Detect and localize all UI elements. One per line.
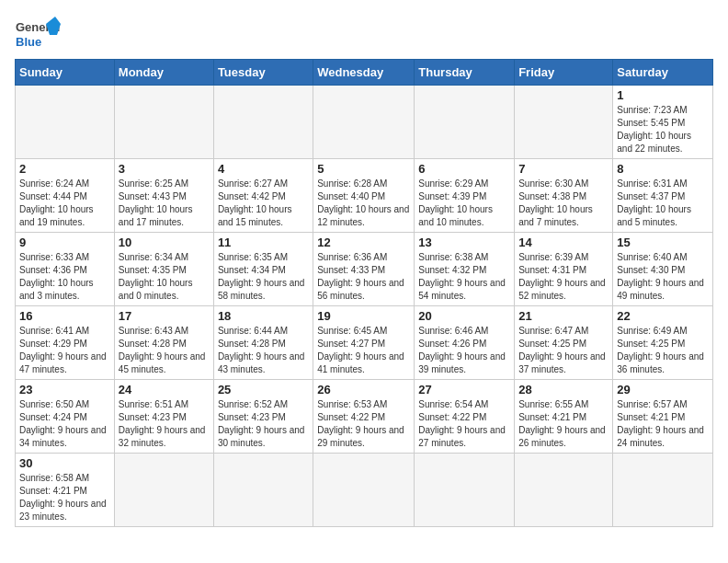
day-number: 5 <box>317 162 410 176</box>
weekday-header-saturday: Saturday <box>613 60 713 86</box>
day-info: Sunrise: 6:35 AM Sunset: 4:34 PM Dayligh… <box>218 251 309 303</box>
day-info: Sunrise: 6:36 AM Sunset: 4:33 PM Dayligh… <box>317 251 410 303</box>
calendar-cell: 9Sunrise: 6:33 AM Sunset: 4:36 PM Daylig… <box>16 233 115 306</box>
calendar-cell: 29Sunrise: 6:57 AM Sunset: 4:21 PM Dayli… <box>613 380 713 454</box>
calendar-cell <box>415 454 515 527</box>
day-info: Sunrise: 6:58 AM Sunset: 4:21 PM Dayligh… <box>19 472 110 523</box>
day-info: Sunrise: 6:43 AM Sunset: 4:28 PM Dayligh… <box>119 325 210 376</box>
day-number: 11 <box>218 236 309 249</box>
calendar-week-row: 30Sunrise: 6:58 AM Sunset: 4:21 PM Dayli… <box>16 454 713 527</box>
day-number: 16 <box>19 309 110 323</box>
weekday-header-thursday: Thursday <box>415 60 515 86</box>
calendar-cell: 4Sunrise: 6:27 AM Sunset: 4:42 PM Daylig… <box>213 159 313 233</box>
day-number: 28 <box>518 383 609 396</box>
calendar-week-row: 16Sunrise: 6:41 AM Sunset: 4:29 PM Dayli… <box>16 306 713 380</box>
calendar-cell: 21Sunrise: 6:47 AM Sunset: 4:25 PM Dayli… <box>515 306 613 380</box>
calendar-cell <box>613 454 713 527</box>
weekday-header-sunday: Sunday <box>16 60 115 86</box>
day-info: Sunrise: 7:23 AM Sunset: 5:45 PM Dayligh… <box>617 104 709 155</box>
calendar-week-row: 2Sunrise: 6:24 AM Sunset: 4:44 PM Daylig… <box>16 159 713 233</box>
svg-text:Blue: Blue <box>16 35 41 49</box>
calendar-cell: 3Sunrise: 6:25 AM Sunset: 4:43 PM Daylig… <box>114 159 213 233</box>
calendar-cell <box>213 454 313 527</box>
calendar-cell <box>415 86 515 159</box>
day-number: 3 <box>119 162 210 176</box>
calendar-cell <box>313 454 415 527</box>
day-number: 4 <box>218 162 309 176</box>
day-number: 6 <box>418 162 510 176</box>
calendar-cell: 17Sunrise: 6:43 AM Sunset: 4:28 PM Dayli… <box>114 306 213 380</box>
day-info: Sunrise: 6:39 AM Sunset: 4:31 PM Dayligh… <box>518 251 609 303</box>
calendar-cell: 1Sunrise: 7:23 AM Sunset: 5:45 PM Daylig… <box>613 86 713 159</box>
weekday-header-monday: Monday <box>114 60 213 86</box>
day-number: 27 <box>418 383 510 396</box>
day-number: 10 <box>119 236 210 249</box>
day-number: 19 <box>317 309 410 323</box>
calendar-cell <box>114 86 213 159</box>
day-info: Sunrise: 6:53 AM Sunset: 4:22 PM Dayligh… <box>317 398 410 450</box>
day-number: 24 <box>119 383 210 396</box>
day-number: 1 <box>617 88 709 102</box>
day-info: Sunrise: 6:47 AM Sunset: 4:25 PM Dayligh… <box>518 325 609 376</box>
calendar-cell: 22Sunrise: 6:49 AM Sunset: 4:25 PM Dayli… <box>613 306 713 380</box>
calendar-cell: 23Sunrise: 6:50 AM Sunset: 4:24 PM Dayli… <box>16 380 115 454</box>
day-number: 21 <box>518 309 609 323</box>
day-info: Sunrise: 6:30 AM Sunset: 4:38 PM Dayligh… <box>518 178 609 229</box>
day-info: Sunrise: 6:29 AM Sunset: 4:39 PM Dayligh… <box>418 178 510 229</box>
day-number: 26 <box>317 383 410 396</box>
calendar-cell: 5Sunrise: 6:28 AM Sunset: 4:40 PM Daylig… <box>313 159 415 233</box>
calendar-cell: 7Sunrise: 6:30 AM Sunset: 4:38 PM Daylig… <box>515 159 613 233</box>
day-info: Sunrise: 6:33 AM Sunset: 4:36 PM Dayligh… <box>19 251 110 303</box>
day-info: Sunrise: 6:40 AM Sunset: 4:30 PM Dayligh… <box>617 251 709 303</box>
day-info: Sunrise: 6:55 AM Sunset: 4:21 PM Dayligh… <box>518 398 609 450</box>
calendar-cell: 19Sunrise: 6:45 AM Sunset: 4:27 PM Dayli… <box>313 306 415 380</box>
calendar-cell: 13Sunrise: 6:38 AM Sunset: 4:32 PM Dayli… <box>415 233 515 306</box>
calendar-week-row: 23Sunrise: 6:50 AM Sunset: 4:24 PM Dayli… <box>16 380 713 454</box>
calendar-cell <box>515 454 613 527</box>
day-number: 14 <box>518 236 609 249</box>
day-number: 20 <box>418 309 510 323</box>
day-info: Sunrise: 6:27 AM Sunset: 4:42 PM Dayligh… <box>218 178 309 229</box>
calendar-cell: 24Sunrise: 6:51 AM Sunset: 4:23 PM Dayli… <box>114 380 213 454</box>
day-info: Sunrise: 6:41 AM Sunset: 4:29 PM Dayligh… <box>19 325 110 376</box>
calendar-cell: 15Sunrise: 6:40 AM Sunset: 4:30 PM Dayli… <box>613 233 713 306</box>
day-info: Sunrise: 6:38 AM Sunset: 4:32 PM Dayligh… <box>418 251 510 303</box>
day-number: 17 <box>119 309 210 323</box>
calendar-cell <box>114 454 213 527</box>
logo: General Blue <box>15 15 61 52</box>
calendar-cell <box>213 86 313 159</box>
day-number: 18 <box>218 309 309 323</box>
day-info: Sunrise: 6:52 AM Sunset: 4:23 PM Dayligh… <box>218 398 309 450</box>
day-number: 9 <box>19 236 110 249</box>
day-info: Sunrise: 6:45 AM Sunset: 4:27 PM Dayligh… <box>317 325 410 376</box>
calendar-cell: 28Sunrise: 6:55 AM Sunset: 4:21 PM Dayli… <box>515 380 613 454</box>
day-info: Sunrise: 6:25 AM Sunset: 4:43 PM Dayligh… <box>119 178 210 229</box>
day-number: 22 <box>617 309 709 323</box>
calendar-cell: 18Sunrise: 6:44 AM Sunset: 4:28 PM Dayli… <box>213 306 313 380</box>
calendar-cell: 10Sunrise: 6:34 AM Sunset: 4:35 PM Dayli… <box>114 233 213 306</box>
day-number: 15 <box>617 236 709 249</box>
day-info: Sunrise: 6:44 AM Sunset: 4:28 PM Dayligh… <box>218 325 309 376</box>
day-info: Sunrise: 6:31 AM Sunset: 4:37 PM Dayligh… <box>617 178 709 229</box>
calendar-cell: 27Sunrise: 6:54 AM Sunset: 4:22 PM Dayli… <box>415 380 515 454</box>
day-number: 25 <box>218 383 309 396</box>
calendar-cell <box>515 86 613 159</box>
calendar-cell <box>313 86 415 159</box>
day-info: Sunrise: 6:46 AM Sunset: 4:26 PM Dayligh… <box>418 325 510 376</box>
weekday-header-row: SundayMondayTuesdayWednesdayThursdayFrid… <box>16 60 713 86</box>
day-info: Sunrise: 6:57 AM Sunset: 4:21 PM Dayligh… <box>617 398 709 450</box>
calendar-cell: 2Sunrise: 6:24 AM Sunset: 4:44 PM Daylig… <box>16 159 115 233</box>
day-info: Sunrise: 6:50 AM Sunset: 4:24 PM Dayligh… <box>19 398 110 450</box>
calendar-week-row: 9Sunrise: 6:33 AM Sunset: 4:36 PM Daylig… <box>16 233 713 306</box>
weekday-header-wednesday: Wednesday <box>313 60 415 86</box>
day-number: 8 <box>617 162 709 176</box>
weekday-header-tuesday: Tuesday <box>213 60 313 86</box>
calendar-cell: 20Sunrise: 6:46 AM Sunset: 4:26 PM Dayli… <box>415 306 515 380</box>
day-info: Sunrise: 6:54 AM Sunset: 4:22 PM Dayligh… <box>418 398 510 450</box>
calendar-cell: 30Sunrise: 6:58 AM Sunset: 4:21 PM Dayli… <box>16 454 115 527</box>
calendar-cell: 16Sunrise: 6:41 AM Sunset: 4:29 PM Dayli… <box>16 306 115 380</box>
day-number: 29 <box>617 383 709 396</box>
logo-svg: General Blue <box>15 15 61 52</box>
calendar-cell: 8Sunrise: 6:31 AM Sunset: 4:37 PM Daylig… <box>613 159 713 233</box>
weekday-header-friday: Friday <box>515 60 613 86</box>
